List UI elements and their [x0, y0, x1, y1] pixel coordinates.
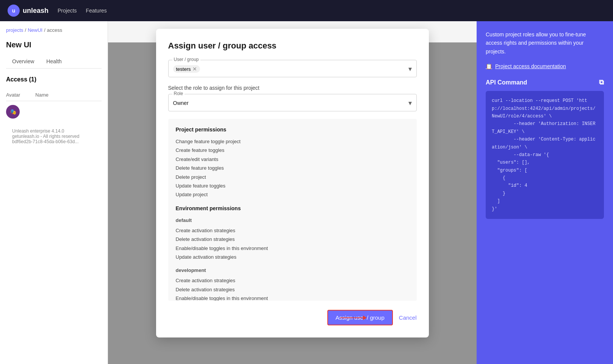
version: Unleash enterprise 4.14.0: [12, 128, 95, 134]
breadcrumb-project[interactable]: NewUI: [28, 27, 42, 33]
breadcrumb: projects / NewUI / access: [6, 27, 102, 33]
access-title: Access (1): [6, 76, 102, 83]
logo-text: unleash: [23, 7, 48, 15]
api-code-block: curl --location --request POST 'http://l…: [486, 91, 604, 219]
hash: bdf6ed2b-71c8-45da-b06e-63d...: [12, 139, 95, 144]
breadcrumb-sep1: /: [25, 27, 27, 33]
tab-health[interactable]: Health: [40, 55, 67, 68]
perm-update-toggles: Update feature toggles: [176, 181, 409, 190]
app-wrapper: u unleash Projects Features projects / N…: [0, 0, 613, 364]
copy-icon[interactable]: ⧉: [599, 78, 604, 86]
env-development-title: development: [176, 267, 409, 273]
dialog-title: Assign user / group access: [168, 41, 417, 51]
env-dev-perm-1: Delete activation strategies: [176, 285, 409, 294]
env-dev-perm-0: Create activation strategies: [176, 276, 409, 285]
perm-delete-toggles: Delete feature toggles: [176, 164, 409, 172]
breadcrumb-sep2: /: [44, 27, 45, 33]
api-section-title: API Command ⧉: [486, 78, 604, 86]
selected-tag[interactable]: testers ✕: [173, 65, 200, 73]
col-avatar: Avatar: [6, 92, 20, 98]
project-permissions-title: Project permissions: [176, 127, 409, 133]
arrow-indicator: [340, 316, 367, 320]
role-select-wrapper[interactable]: Role Owner ▾: [168, 94, 417, 111]
api-title-text: API Command: [486, 79, 527, 86]
tag-text: testers: [176, 66, 191, 72]
avatar: 🎭: [6, 105, 20, 119]
user-group-field: User / group testers ✕ ▾: [168, 60, 417, 77]
env-default: default Create activation strategies Del…: [176, 217, 409, 262]
env-default-perm-0: Create activation strategies: [176, 226, 409, 235]
user-group-label: User / group: [172, 57, 200, 62]
env-default-title: default: [176, 217, 409, 223]
sidebar: projects / NewUI / access New UI Overvie…: [0, 21, 108, 364]
main-area: projects / NewUI / access New UI Overvie…: [0, 21, 613, 364]
permissions-box: Project permissions Change feature toggl…: [168, 119, 417, 301]
col-name: Name: [35, 92, 48, 98]
env-dev-perm-2: Enable/disable toggles in this environme…: [176, 294, 409, 301]
env-default-perm-1: Delete activation strategies: [176, 235, 409, 244]
perm-create-toggles: Create feature toggles: [176, 146, 409, 155]
table-row: 🎭: [6, 101, 102, 122]
perm-delete-project: Delete project: [176, 173, 409, 181]
copyright: getunleash.io - All rights reserved: [12, 134, 95, 139]
role-dropdown-icon[interactable]: ▾: [408, 99, 412, 107]
env-development: development Create activation strategies…: [176, 267, 409, 301]
dialog-actions: Assign user / group Cancel: [168, 310, 417, 325]
env-default-perm-3: Update activation strategies: [176, 253, 409, 261]
doc-icon: 📋: [486, 63, 492, 69]
table-header: Avatar Name: [6, 89, 102, 101]
nav-features[interactable]: Features: [86, 8, 107, 14]
cancel-button[interactable]: Cancel: [399, 314, 417, 321]
perm-create-variants: Create/edit variants: [176, 155, 409, 164]
env-permissions-title: Environment permissions: [176, 205, 409, 211]
dialog-wrapper: Assign user / group access User / group …: [108, 21, 477, 364]
doc-link[interactable]: 📋 Project access documentation: [486, 63, 604, 69]
footer: Unleash enterprise 4.14.0 getunleash.io …: [6, 122, 102, 150]
logo-icon: u: [8, 5, 20, 17]
right-panel-desc: Custom project roles allow you to fine-t…: [486, 30, 604, 56]
user-group-dropdown-icon[interactable]: ▾: [408, 65, 412, 73]
tab-overview[interactable]: Overview: [6, 55, 40, 68]
user-group-wrapper: User / group testers ✕ ▾: [168, 60, 417, 77]
arrow-line: [340, 317, 363, 318]
project-title: New UI: [6, 41, 102, 49]
breadcrumb-projects[interactable]: projects: [6, 27, 23, 33]
doc-link-text[interactable]: Project access documentation: [495, 63, 566, 69]
role-field: Select the role to assign for this proje…: [168, 85, 417, 111]
arrow-head: [363, 316, 367, 320]
dialog: Assign user / group access User / group …: [156, 29, 429, 337]
dialog-area: Assign user / group access User / group …: [108, 21, 477, 364]
top-nav: u unleash Projects Features: [0, 0, 613, 21]
breadcrumb-current: access: [47, 27, 62, 33]
role-value: Owner: [173, 100, 189, 106]
user-group-select-row: testers ✕ ▾: [173, 65, 412, 73]
logo-area: u unleash: [8, 5, 48, 17]
tabs: Overview Health: [6, 55, 102, 69]
right-panel: Custom project roles allow you to fine-t…: [477, 21, 613, 364]
perm-update-project: Update project: [176, 190, 409, 199]
project-permissions-list: Change feature toggle project Create fea…: [176, 137, 409, 199]
env-default-perm-2: Enable/disable toggles in this environme…: [176, 244, 409, 253]
role-label: Role: [172, 91, 185, 96]
nav-projects[interactable]: Projects: [58, 8, 77, 14]
tag-remove-icon[interactable]: ✕: [192, 66, 197, 72]
role-section-desc: Select the role to assign for this proje…: [168, 85, 417, 91]
perm-change-toggle: Change feature toggle project: [176, 137, 409, 146]
